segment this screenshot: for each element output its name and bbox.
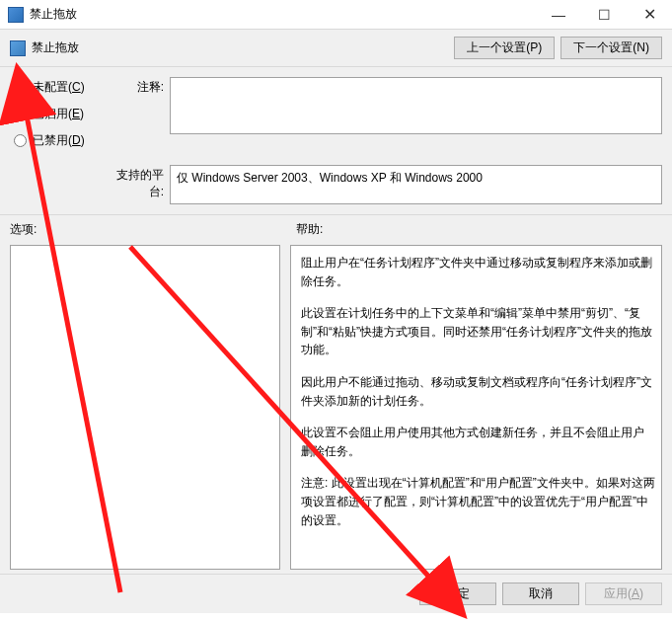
apply-button: 应用(A) — [585, 583, 662, 605]
notes-label: 注释: — [109, 77, 170, 96]
radio-enabled-input[interactable] — [14, 108, 27, 120]
help-paragraph: 此设置不会阻止用户使用其他方式创建新任务，并且不会阻止用户删除任务。 — [301, 424, 655, 460]
radio-group: 未配置(C) 已启用(E) 已禁用(D) — [10, 77, 109, 159]
help-paragraph: 阻止用户在“任务计划程序”文件夹中通过移动或复制程序来添加或删除任务。 — [301, 254, 655, 290]
policy-header-icon — [10, 40, 26, 56]
maximize-button[interactable]: ☐ — [581, 0, 627, 30]
window-title: 禁止拖放 — [30, 6, 77, 23]
policy-icon — [8, 7, 24, 23]
pane-headers: 选项: 帮助: — [0, 215, 672, 241]
panes: 阻止用户在“任务计划程序”文件夹中通过移动或复制程序来添加或删除任务。 此设置在… — [0, 241, 672, 574]
help-paragraph: 注意: 此设置出现在“计算机配置”和“用户配置”文件夹中。如果对这两项设置都进行… — [301, 474, 655, 529]
help-header: 帮助: — [286, 215, 672, 241]
supported-on-label: 支持的平台: — [109, 165, 170, 200]
close-button[interactable]: ✕ — [627, 0, 672, 30]
radio-not-configured-input[interactable] — [14, 81, 27, 94]
options-header: 选项: — [0, 215, 286, 241]
supported-on-box: 仅 Windows Server 2003、Windows XP 和 Windo… — [170, 165, 662, 204]
notes-textarea[interactable] — [170, 77, 662, 134]
supported-on-row: 支持的平台: 仅 Windows Server 2003、Windows XP … — [0, 165, 672, 215]
radio-disabled[interactable]: 已禁用(D) — [10, 132, 109, 149]
config-row: 未配置(C) 已启用(E) 已禁用(D) 注释: — [0, 67, 672, 165]
radio-enabled[interactable]: 已启用(E) — [10, 106, 109, 122]
supported-on-text: 仅 Windows Server 2003、Windows XP 和 Windo… — [177, 171, 483, 185]
ok-button[interactable]: 确定 — [419, 583, 496, 605]
dialog-footer: 确定 取消 应用(A) — [0, 574, 672, 613]
radio-not-configured[interactable]: 未配置(C) — [10, 79, 109, 96]
options-pane — [10, 245, 280, 570]
policy-header: 禁止拖放 上一个设置(P) 下一个设置(N) — [0, 30, 672, 67]
previous-setting-button[interactable]: 上一个设置(P) — [454, 37, 555, 59]
minimize-button[interactable]: — — [536, 0, 581, 30]
next-setting-button[interactable]: 下一个设置(N) — [560, 37, 662, 59]
help-paragraph: 此设置在计划任务中的上下文菜单和“编辑”菜单中禁用“剪切”、“复制”和“粘贴”快… — [301, 304, 655, 359]
titlebar: 禁止拖放 — ☐ ✕ — [0, 0, 672, 30]
radio-disabled-input[interactable] — [14, 134, 27, 147]
cancel-button[interactable]: 取消 — [502, 583, 579, 605]
help-paragraph: 因此用户不能通过拖动、移动或复制文档或程序向“任务计划程序”文件夹添加新的计划任… — [301, 373, 655, 410]
policy-name: 禁止拖放 — [32, 39, 79, 56]
help-pane[interactable]: 阻止用户在“任务计划程序”文件夹中通过移动或复制程序来添加或删除任务。 此设置在… — [290, 245, 662, 570]
